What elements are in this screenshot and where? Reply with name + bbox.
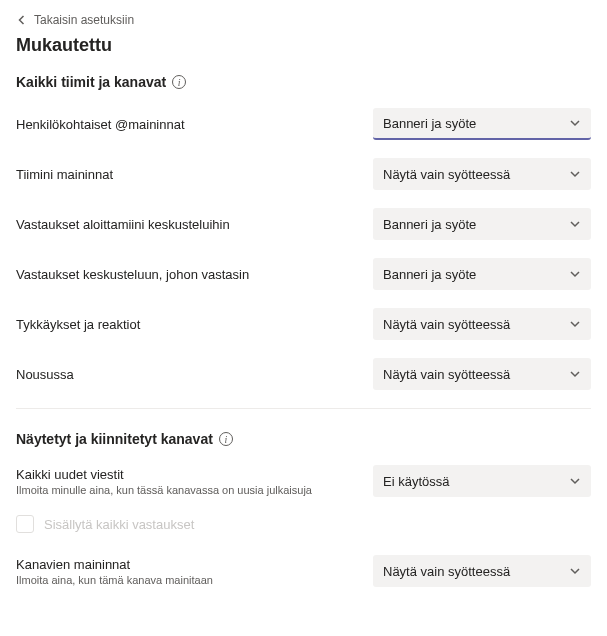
setting-row-trending: Nousussa Näytä vain syötteessä <box>16 358 591 390</box>
dropdown-value: Ei käytössä <box>383 474 449 489</box>
dropdown-personal-mentions[interactable]: Banneri ja syöte <box>373 108 591 140</box>
setting-sublabel: Ilmoita minulle aina, kun tässä kanavass… <box>16 484 353 496</box>
chevron-down-icon <box>569 318 581 330</box>
setting-label: Kaikki uudet viestit <box>16 467 353 482</box>
setting-label: Tykkäykset ja reaktiot <box>16 317 353 332</box>
dropdown-trending[interactable]: Näytä vain syötteessä <box>373 358 591 390</box>
setting-row-team-mentions: Tiimini maininnat Näytä vain syötteessä <box>16 158 591 190</box>
section-header-all-teams: Kaikki tiimit ja kanavat i <box>16 74 591 90</box>
setting-row-new-messages: Kaikki uudet viestit Ilmoita minulle ain… <box>16 465 591 497</box>
dropdown-value: Banneri ja syöte <box>383 217 476 232</box>
chevron-down-icon <box>569 368 581 380</box>
setting-label: Vastaukset keskusteluun, johon vastasin <box>16 267 353 282</box>
dropdown-team-mentions[interactable]: Näytä vain syötteessä <box>373 158 591 190</box>
setting-label: Kanavien maininnat <box>16 557 353 572</box>
back-label: Takaisin asetuksiin <box>34 13 134 27</box>
chevron-down-icon <box>569 565 581 577</box>
dropdown-value: Näytä vain syötteessä <box>383 564 510 579</box>
section-header-shown-pinned: Näytetyt ja kiinnitetyt kanavat i <box>16 431 591 447</box>
dropdown-value: Näytä vain syötteessä <box>383 317 510 332</box>
info-icon[interactable]: i <box>219 432 233 446</box>
back-link[interactable]: Takaisin asetuksiin <box>16 13 134 27</box>
setting-label: Vastaukset aloittamiini keskusteluihin <box>16 217 353 232</box>
setting-label: Tiimini maininnat <box>16 167 353 182</box>
chevron-down-icon <box>569 475 581 487</box>
dropdown-value: Näytä vain syötteessä <box>383 167 510 182</box>
setting-label: Nousussa <box>16 367 353 382</box>
chevron-down-icon <box>569 168 581 180</box>
dropdown-value: Banneri ja syöte <box>383 267 476 282</box>
page-title: Mukautettu <box>16 35 591 56</box>
dropdown-replies-replied[interactable]: Banneri ja syöte <box>373 258 591 290</box>
section-title: Kaikki tiimit ja kanavat <box>16 74 166 90</box>
setting-row-replies-replied: Vastaukset keskusteluun, johon vastasin … <box>16 258 591 290</box>
chevron-left-icon <box>16 14 28 26</box>
checkbox-include-replies <box>16 515 34 533</box>
dropdown-channel-mentions[interactable]: Näytä vain syötteessä <box>373 555 591 587</box>
setting-row-channel-mentions: Kanavien maininnat Ilmoita aina, kun täm… <box>16 555 591 587</box>
info-icon[interactable]: i <box>172 75 186 89</box>
setting-label: Henkilökohtaiset @maininnat <box>16 117 353 132</box>
dropdown-value: Näytä vain syötteessä <box>383 367 510 382</box>
checkbox-row-include-replies: Sisällytä kaikki vastaukset <box>16 515 591 533</box>
checkbox-label: Sisällytä kaikki vastaukset <box>44 517 194 532</box>
setting-row-likes-reactions: Tykkäykset ja reaktiot Näytä vain syötte… <box>16 308 591 340</box>
dropdown-value: Banneri ja syöte <box>383 116 476 131</box>
dropdown-likes-reactions[interactable]: Näytä vain syötteessä <box>373 308 591 340</box>
dropdown-replies-started[interactable]: Banneri ja syöte <box>373 208 591 240</box>
dropdown-new-messages[interactable]: Ei käytössä <box>373 465 591 497</box>
divider <box>16 408 591 409</box>
setting-row-personal-mentions: Henkilökohtaiset @maininnat Banneri ja s… <box>16 108 591 140</box>
setting-row-replies-started: Vastaukset aloittamiini keskusteluihin B… <box>16 208 591 240</box>
section-title: Näytetyt ja kiinnitetyt kanavat <box>16 431 213 447</box>
setting-sublabel: Ilmoita aina, kun tämä kanava mainitaan <box>16 574 353 586</box>
chevron-down-icon <box>569 218 581 230</box>
chevron-down-icon <box>569 268 581 280</box>
chevron-down-icon <box>569 117 581 129</box>
